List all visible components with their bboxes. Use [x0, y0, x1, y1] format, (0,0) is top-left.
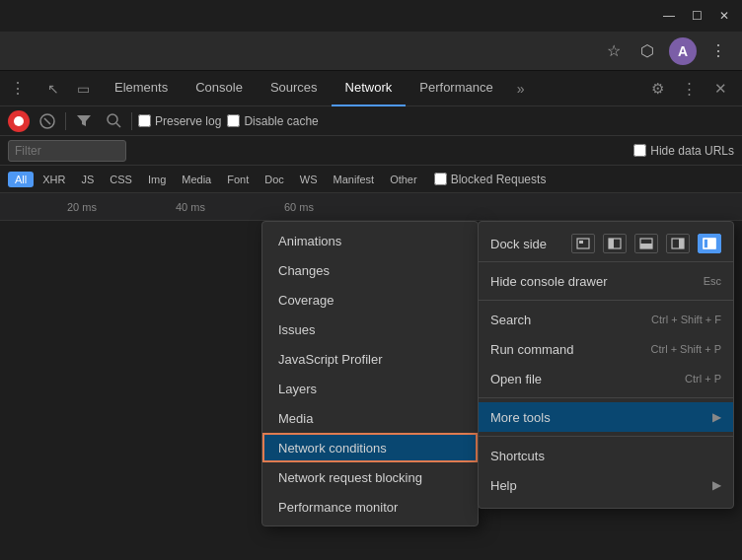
- submenu-changes[interactable]: Changes: [262, 255, 478, 285]
- hide-console-section: Hide console drawer Esc: [479, 262, 733, 301]
- svg-line-1: [44, 118, 50, 124]
- main-dropdown-menu: Dock side: [478, 221, 734, 509]
- tab-elements[interactable]: Elements: [101, 71, 182, 106]
- avatar[interactable]: A: [669, 37, 697, 65]
- minimize-button[interactable]: —: [659, 6, 679, 26]
- type-btn-ws[interactable]: WS: [293, 172, 325, 187]
- dock-right-btn[interactable]: [666, 234, 690, 253]
- type-btn-all[interactable]: All: [8, 172, 34, 187]
- settings-gear-icon[interactable]: ⚙: [643, 75, 671, 103]
- filter-input[interactable]: [8, 140, 126, 162]
- star-icon[interactable]: ☆: [602, 39, 626, 63]
- dock-side-label: Dock side: [490, 237, 563, 251]
- filter-icon[interactable]: [72, 109, 96, 133]
- close-button[interactable]: ✕: [714, 6, 734, 26]
- more-tools-section: More tools ▶: [479, 398, 733, 437]
- svg-point-2: [108, 114, 117, 124]
- browser-toolbar: ☆ ⬡ A ⋮: [0, 32, 742, 71]
- type-btn-font[interactable]: Font: [220, 172, 256, 187]
- clear-button[interactable]: [36, 109, 59, 133]
- type-btn-css[interactable]: CSS: [103, 172, 139, 187]
- submenu-performance-monitor[interactable]: Performance monitor: [262, 492, 478, 522]
- maximize-button[interactable]: ☐: [687, 6, 706, 26]
- tab-console[interactable]: Console: [182, 71, 257, 106]
- commands-section: Search Ctrl + Shift + F Run command Ctrl…: [479, 301, 733, 398]
- type-btn-img[interactable]: Img: [141, 172, 173, 187]
- svg-line-3: [116, 123, 120, 127]
- disable-cache-checkbox[interactable]: Disable cache: [227, 114, 318, 128]
- svg-rect-9: [640, 244, 652, 248]
- browser-menu-icon[interactable]: ⋮: [706, 39, 730, 63]
- type-btn-media[interactable]: Media: [175, 172, 218, 187]
- svg-rect-7: [609, 239, 614, 248]
- type-btn-manifest[interactable]: Manifest: [327, 172, 382, 187]
- submenu-network-request-blocking[interactable]: Network request blocking: [262, 462, 478, 492]
- filter-bar: Hide data URLs: [0, 136, 742, 166]
- cursor-tool-icon[interactable]: ↖: [39, 75, 67, 103]
- device-tool-icon[interactable]: ▭: [69, 75, 97, 103]
- preserve-log-checkbox[interactable]: Preserve log: [138, 114, 221, 128]
- tab-sources[interactable]: Sources: [257, 71, 332, 106]
- devtools-grip[interactable]: ⋮: [0, 71, 36, 106]
- title-bar: — ☐ ✕: [0, 0, 742, 32]
- type-btn-other[interactable]: Other: [383, 172, 424, 187]
- record-button[interactable]: [8, 110, 30, 132]
- submenu-coverage[interactable]: Coverage: [262, 285, 478, 315]
- dock-undock-btn[interactable]: [571, 234, 595, 253]
- type-btn-doc[interactable]: Doc: [258, 172, 291, 187]
- svg-rect-5: [579, 241, 583, 244]
- submenu-javascript-profiler[interactable]: JavaScript Profiler: [262, 344, 478, 374]
- help-section: Shortcuts Help ▶: [479, 437, 733, 504]
- more-tools-item[interactable]: More tools ▶: [479, 402, 733, 432]
- tab-network[interactable]: Network: [332, 71, 407, 106]
- help-item[interactable]: Help ▶: [479, 470, 733, 500]
- submenu-animations[interactable]: Animations: [262, 226, 478, 255]
- dock-side-section: Dock side: [479, 226, 733, 262]
- run-command-item[interactable]: Run command Ctrl + Shift + P: [479, 334, 733, 364]
- hide-data-urls-checkbox[interactable]: Hide data URLs: [633, 144, 734, 158]
- dock-left-btn[interactable]: [603, 234, 627, 253]
- blocked-requests-checkbox[interactable]: Blocked Requests: [434, 173, 547, 186]
- search-icon[interactable]: [102, 109, 125, 133]
- main-content: Animations Changes Coverage Issues JavaS…: [0, 221, 742, 560]
- extension-icon[interactable]: ⬡: [635, 39, 659, 63]
- devtools-close-icon[interactable]: ✕: [706, 75, 734, 103]
- hide-console-drawer-item[interactable]: Hide console drawer Esc: [479, 266, 733, 296]
- devtools-menu-icon[interactable]: ⋮: [675, 75, 703, 103]
- submenu-issues[interactable]: Issues: [262, 315, 478, 344]
- timeline-area: 20 ms 40 ms 60 ms: [0, 193, 742, 221]
- type-btn-js[interactable]: JS: [74, 172, 101, 187]
- dock-active-btn[interactable]: [698, 234, 721, 253]
- tab-performance[interactable]: Performance: [406, 71, 506, 106]
- dock-bottom-btn[interactable]: [634, 234, 658, 253]
- svg-rect-11: [679, 239, 684, 248]
- overlay-container: Animations Changes Coverage Issues JavaS…: [0, 221, 742, 560]
- submenu-network-conditions[interactable]: Network conditions: [262, 433, 478, 462]
- search-item[interactable]: Search Ctrl + Shift + F: [479, 305, 733, 334]
- network-toolbar: Preserve log Disable cache: [0, 106, 742, 136]
- more-tools-submenu: Animations Changes Coverage Issues JavaS…: [261, 221, 479, 526]
- submenu-media[interactable]: Media: [262, 403, 478, 433]
- submenu-layers[interactable]: Layers: [262, 374, 478, 403]
- open-file-item[interactable]: Open file Ctrl + P: [479, 364, 733, 393]
- devtools-tabs: ⋮ ↖ ▭ Elements Console Sources Network P…: [0, 71, 742, 106]
- shortcuts-item[interactable]: Shortcuts: [479, 441, 733, 470]
- svg-rect-14: [707, 239, 715, 248]
- tab-more-icon[interactable]: »: [507, 71, 535, 106]
- type-filters: All XHR JS CSS Img Media Font Doc WS Man…: [0, 166, 742, 193]
- type-btn-xhr[interactable]: XHR: [36, 172, 72, 187]
